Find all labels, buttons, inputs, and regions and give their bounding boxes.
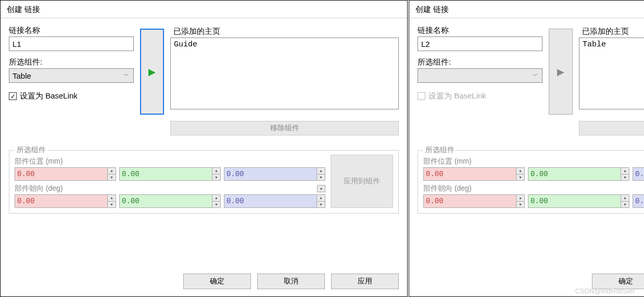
spinner-green[interactable]: ▲ ▼ <box>528 167 629 181</box>
selected-component-group: 所选组件 部件位置 (mm) ▲ ▼ ▲ ▼ ▲ ▼ <box>9 150 399 214</box>
spinner-green[interactable]: ▲ ▼ <box>119 167 221 181</box>
spin-up-icon[interactable]: ▲ <box>621 195 629 201</box>
list-item[interactable]: Guide <box>174 40 395 49</box>
dropdown-value: Table <box>12 71 31 80</box>
spinner-buttons[interactable]: ▲ ▼ <box>107 195 116 207</box>
spin-down-icon[interactable]: ▼ <box>516 174 524 181</box>
apply-to-component-button: 应用到组件 <box>331 155 393 208</box>
spin-down-icon[interactable]: ▼ <box>212 201 220 208</box>
spin-down-icon[interactable]: ▼ <box>621 201 629 208</box>
component-label: 所选组件: <box>9 57 134 67</box>
spinner-green[interactable]: ▲ ▼ <box>119 194 221 208</box>
cancel-button[interactable]: 取消 <box>257 274 325 289</box>
spinner-input[interactable] <box>120 168 212 180</box>
spinner-input[interactable] <box>424 195 516 207</box>
add-arrow-button[interactable]: ▶ <box>140 29 164 115</box>
group-title: 所选组件 <box>15 145 48 155</box>
spin-down-icon[interactable]: ▼ <box>108 174 116 181</box>
arrow-right-icon: ▶ <box>557 66 564 78</box>
spin-down-icon[interactable]: ▼ <box>516 201 524 208</box>
baselink-label: 设置为 BaseLink <box>428 91 486 101</box>
component-label: 所选组件: <box>418 57 542 67</box>
orientation-label: 部件朝向 (deg) <box>423 184 472 193</box>
spinner-input[interactable] <box>633 195 644 207</box>
added-pages-list[interactable]: Table <box>579 38 644 109</box>
spinner-buttons[interactable]: ▲ ▼ <box>516 195 524 207</box>
added-pages-label: 已添加的主页 <box>173 27 399 36</box>
spin-down-icon[interactable]: ▼ <box>212 174 220 181</box>
spinner-input[interactable] <box>633 168 644 180</box>
spinner-buttons[interactable]: ▲ ▼ <box>212 195 220 207</box>
spinner-buttons[interactable]: ▲ ▼ <box>317 195 325 207</box>
spinner-red[interactable]: ▲ ▼ <box>423 167 525 181</box>
spinner-input[interactable] <box>15 195 107 207</box>
component-dropdown[interactable]: Table ﹀ <box>9 68 134 83</box>
spinner-blue[interactable]: ▲ ▼ <box>224 194 325 208</box>
added-pages-label: 已添加的主页 <box>582 27 644 36</box>
link-name-label: 链接名称 <box>418 26 542 35</box>
baselink-checkbox[interactable] <box>418 92 425 100</box>
spin-up-icon[interactable]: ▲ <box>212 168 220 174</box>
link-name-label: 链接名称 <box>9 26 134 35</box>
ok-button[interactable]: 确定 <box>592 274 644 289</box>
spin-up-icon[interactable]: ▲ <box>108 195 116 201</box>
spinner-buttons[interactable]: ▲ ▼ <box>317 168 325 180</box>
spin-down-icon[interactable]: ▼ <box>317 201 325 208</box>
spinner-buttons[interactable]: ▲ ▼ <box>107 168 116 180</box>
spinner-red[interactable]: ▲ ▼ <box>423 194 525 208</box>
spinner-green[interactable]: ▲ ▼ <box>528 194 629 208</box>
remove-component-button: 移除组件 <box>579 121 644 135</box>
arrow-right-icon: ▶ <box>148 66 156 78</box>
create-link-dialog: 创建 链接 链接名称 所选组件: ﹀ 设置为 BaseLink <box>409 0 644 297</box>
dialog-title: 创建 链接 <box>1 1 407 18</box>
group-title: 所选组件 <box>423 145 457 155</box>
list-item[interactable]: Table <box>583 40 644 49</box>
spinner-red[interactable]: ▲ ▼ <box>15 194 116 208</box>
chevron-down-icon: ﹀ <box>533 72 538 79</box>
spinner-red[interactable]: ▲ ▼ <box>15 167 116 181</box>
spinner-buttons[interactable]: ▲ ▼ <box>621 195 629 207</box>
spinner-input[interactable] <box>424 168 516 180</box>
spin-down-icon[interactable]: ▼ <box>317 174 325 181</box>
position-label: 部件位置 (mm) <box>423 157 644 166</box>
spin-up-icon[interactable]: ▲ <box>108 168 116 174</box>
spin-up-icon[interactable]: ▲ <box>516 168 524 174</box>
spinner-buttons[interactable]: ▲ ▼ <box>621 168 629 180</box>
orientation-dropdown[interactable]: ▼ <box>317 185 325 192</box>
spinner-blue[interactable]: ▲ ▼ <box>633 194 644 208</box>
baselink-label: 设置为 BaseLink <box>20 91 78 101</box>
spinner-input[interactable] <box>120 195 212 207</box>
spin-down-icon[interactable]: ▼ <box>621 174 629 181</box>
component-dropdown[interactable]: ﹀ <box>418 68 542 83</box>
spin-up-icon[interactable]: ▲ <box>317 195 325 201</box>
spin-up-icon[interactable]: ▲ <box>317 168 325 174</box>
add-arrow-button[interactable]: ▶ <box>549 29 573 115</box>
spinner-input[interactable] <box>224 168 317 180</box>
link-name-input[interactable] <box>9 36 134 51</box>
spinner-buttons[interactable]: ▲ ▼ <box>212 168 220 180</box>
remove-component-button: 移除组件 <box>170 121 399 135</box>
spinner-buttons[interactable]: ▲ ▼ <box>516 168 524 180</box>
spinner-input[interactable] <box>15 168 107 180</box>
spin-up-icon[interactable]: ▲ <box>621 168 629 174</box>
spinner-input[interactable] <box>224 195 317 207</box>
dialog-title: 创建 链接 <box>409 1 644 18</box>
selected-component-group: 所选组件 部件位置 (mm) ▲ ▼ ▲ ▼ ▲ ▼ <box>418 150 644 214</box>
spinner-input[interactable] <box>528 168 621 180</box>
spin-up-icon[interactable]: ▲ <box>516 195 524 201</box>
position-label: 部件位置 (mm) <box>15 157 325 166</box>
spinner-blue[interactable]: ▲ ▼ <box>224 167 325 181</box>
spin-down-icon[interactable]: ▼ <box>108 201 116 208</box>
create-link-dialog: 创建 链接 链接名称 所选组件: Table ﹀ ✓ 设置为 BaseLink <box>0 0 408 297</box>
spin-up-icon[interactable]: ▲ <box>212 195 220 201</box>
orientation-label: 部件朝向 (deg) <box>15 184 63 193</box>
spinner-blue[interactable]: ▲ ▼ <box>633 167 644 181</box>
added-pages-list[interactable]: Guide <box>170 38 399 109</box>
link-name-input[interactable] <box>418 36 542 51</box>
ok-button[interactable]: 确定 <box>183 274 251 289</box>
chevron-down-icon: ﹀ <box>124 72 129 79</box>
apply-button[interactable]: 应用 <box>331 274 399 289</box>
baselink-checkbox[interactable]: ✓ <box>9 92 17 100</box>
spinner-input[interactable] <box>528 195 621 207</box>
